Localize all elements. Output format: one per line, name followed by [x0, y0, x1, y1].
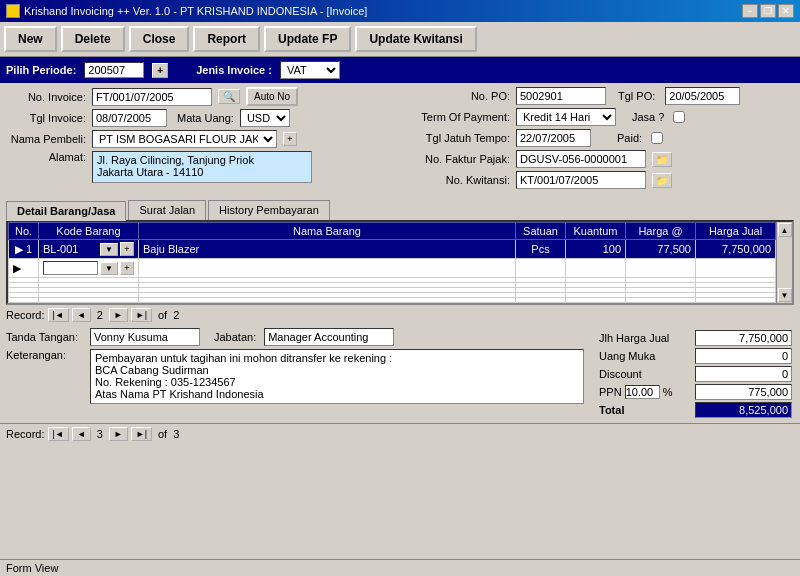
periode-input[interactable]: [84, 62, 144, 78]
row-arrow: ▶: [15, 243, 23, 255]
table-row-empty-6: [9, 298, 776, 303]
jabatan-input[interactable]: [264, 328, 394, 346]
tab-detail-barang-jasa[interactable]: Detail Barang/Jasa: [6, 201, 126, 221]
bottom-record-label: Record:: [6, 428, 45, 440]
uang-muka-label: Uang Muka: [596, 348, 693, 364]
col-harga: Harga @: [626, 223, 696, 240]
col-no: No.: [9, 223, 39, 240]
bottom-nav-first[interactable]: |◄: [48, 427, 69, 441]
kode-barang-input[interactable]: [43, 243, 98, 255]
restore-button[interactable]: ❐: [760, 4, 776, 18]
total-label: Total: [599, 404, 624, 416]
faktur-pajak-folder-button[interactable]: 📁: [652, 152, 672, 167]
harga-jual-cell: 7,750,000: [722, 243, 771, 255]
col-kuantum: Kuantum: [566, 223, 626, 240]
kode-dropdown-btn[interactable]: ▼: [100, 243, 118, 256]
keterangan-line-4: Atas Nama PT Krishand Indonesia: [95, 388, 579, 400]
nama-pembeli-add-button[interactable]: +: [283, 132, 297, 146]
jenis-invoice-label: Jenis Invoice :: [196, 64, 272, 76]
keterangan-line-3: No. Rekening : 035-1234567: [95, 376, 579, 388]
nama-pembeli-select[interactable]: PT ISM BOGASARI FLOUR JAKARTA: [92, 130, 277, 148]
bottom-section: Tanda Tangan: Jabatan: Keterangan: Pemba…: [0, 325, 800, 423]
nav-prev-button[interactable]: ◄: [72, 308, 91, 322]
keterangan-label: Keterangan:: [6, 349, 86, 361]
record-of-label: of: [158, 309, 167, 321]
paid-label: Paid:: [617, 132, 642, 144]
tgl-jatuh-tempo-input[interactable]: [516, 129, 591, 147]
ppn-percent-input[interactable]: [625, 385, 660, 399]
delete-button[interactable]: Delete: [61, 26, 125, 52]
total-value: 8,525,000: [695, 402, 792, 418]
pilih-periode-label: Pilih Periode:: [6, 64, 76, 76]
no-invoice-label: No. Invoice:: [6, 91, 86, 103]
bottom-nav-last[interactable]: ►|: [131, 427, 152, 441]
bottom-record-current: 3: [97, 428, 103, 440]
kode-barang-input-2[interactable]: [43, 261, 98, 275]
auto-no-button[interactable]: Auto No: [246, 87, 298, 106]
jasa-checkbox[interactable]: [673, 111, 685, 123]
close-button-toolbar[interactable]: Close: [129, 26, 190, 52]
tanda-tangan-label: Tanda Tangan:: [6, 331, 86, 343]
discount-label: Discount: [596, 366, 693, 382]
table-row-empty-1[interactable]: ▶ ▼ +: [9, 259, 776, 278]
col-kode-barang: Kode Barang: [39, 223, 139, 240]
no-invoice-input[interactable]: [92, 88, 212, 106]
alamat-line1: Jl. Raya Cilincing, Tanjung Priok: [97, 154, 307, 166]
title-text: Krishand Invoicing ++ Ver. 1.0 - PT KRIS…: [24, 5, 367, 17]
no-kwitansi-input[interactable]: [516, 171, 646, 189]
title-bar: Krishand Invoicing ++ Ver. 1.0 - PT KRIS…: [0, 0, 800, 22]
minimize-button[interactable]: −: [742, 4, 758, 18]
scrollbar-up-button[interactable]: ▲: [778, 223, 792, 237]
app-icon: [6, 4, 20, 18]
mata-uang-label: Mata Uang:: [177, 112, 234, 124]
kode-plus-btn-2[interactable]: +: [120, 261, 134, 275]
scrollbar-down-button[interactable]: ▼: [778, 288, 792, 302]
no-faktur-pajak-input[interactable]: [516, 150, 646, 168]
tab-bar: Detail Barang/Jasa Surat Jalan History P…: [0, 196, 800, 220]
tgl-invoice-input[interactable]: [92, 109, 167, 127]
mata-uang-select[interactable]: USDIDREUR: [240, 109, 290, 127]
alamat-label: Alamat:: [6, 151, 86, 163]
tab-surat-jalan[interactable]: Surat Jalan: [128, 200, 206, 220]
col-nama-barang: Nama Barang: [138, 223, 515, 240]
summary-area: Jlh Harga Jual 7,750,000 Uang Muka 0 Dis…: [594, 328, 794, 420]
no-kwitansi-label: No. Kwitansi:: [405, 174, 510, 186]
kode-plus-btn[interactable]: +: [120, 242, 134, 256]
bottom-nav-prev[interactable]: ◄: [72, 427, 91, 441]
table-container: No. Kode Barang Nama Barang Satuan Kuant…: [6, 220, 794, 305]
new-button[interactable]: New: [4, 26, 57, 52]
no-invoice-search-button[interactable]: 🔍: [218, 89, 240, 104]
report-button[interactable]: Report: [193, 26, 260, 52]
nav-first-button[interactable]: |◄: [48, 308, 69, 322]
tgl-po-input[interactable]: [665, 87, 740, 105]
nav-next-button[interactable]: ►: [109, 308, 128, 322]
record-current: 2: [97, 309, 103, 321]
kwitansi-folder-button[interactable]: 📁: [652, 173, 672, 188]
bottom-nav-next[interactable]: ►: [109, 427, 128, 441]
harga-cell: 77,500: [657, 243, 691, 255]
periode-plus-button[interactable]: +: [152, 63, 168, 78]
tab-history-pembayaran[interactable]: History Pembayaran: [208, 200, 330, 220]
keterangan-box: Pembayaran untuk tagihan ini mohon ditra…: [90, 349, 584, 404]
period-bar: Pilih Periode: + Jenis Invoice : VAT NON…: [0, 57, 800, 83]
tanda-tangan-input[interactable]: [90, 328, 200, 346]
row-arrow-2: ▶: [13, 262, 21, 275]
col-satuan: Satuan: [516, 223, 566, 240]
close-button[interactable]: ✕: [778, 4, 794, 18]
kuantum-cell: 100: [603, 243, 621, 255]
invoice-type-select[interactable]: VAT NON-VAT: [280, 61, 340, 79]
ppn-symbol: %: [663, 386, 673, 398]
update-kwitansi-button[interactable]: Update Kwitansi: [355, 26, 476, 52]
update-fp-button[interactable]: Update FP: [264, 26, 351, 52]
jasa-label: Jasa ?: [632, 111, 664, 123]
kode-dropdown-btn-2[interactable]: ▼: [100, 262, 118, 275]
table-record-nav: Record: |◄ ◄ 2 ► ►| of 2: [0, 305, 800, 325]
satuan-cell: Pcs: [531, 243, 549, 255]
nav-last-button[interactable]: ►|: [131, 308, 152, 322]
items-table: No. Kode Barang Nama Barang Satuan Kuant…: [8, 222, 776, 303]
discount-value: 0: [695, 366, 792, 382]
term-payment-select[interactable]: Kredit 14 Hari: [516, 108, 616, 126]
paid-checkbox[interactable]: [651, 132, 663, 144]
table-row[interactable]: ▶ 1 ▼ + Baju Blazer Pcs 100: [9, 240, 776, 259]
no-po-input[interactable]: [516, 87, 606, 105]
